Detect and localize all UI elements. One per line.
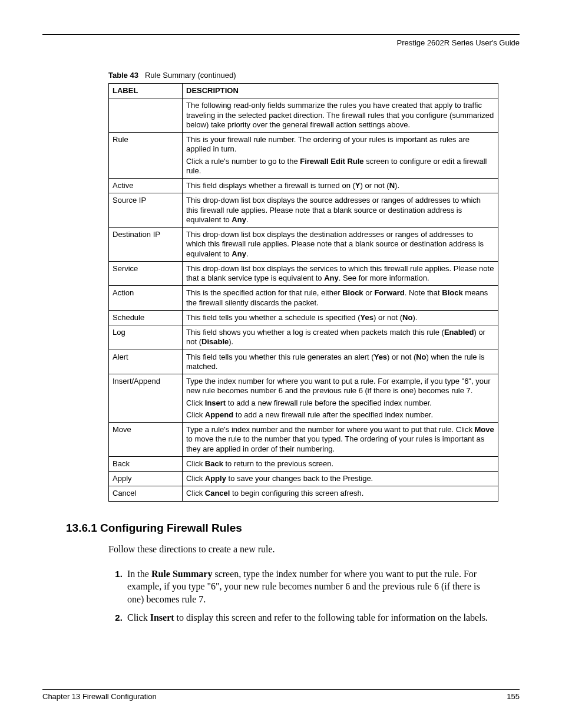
rule-summary-table: LABEL DESCRIPTION The following read-onl… bbox=[108, 83, 498, 502]
cell-description: This field tells you whether this rule g… bbox=[183, 350, 498, 374]
cell-description: Type a rule's index number and the numbe… bbox=[183, 423, 498, 457]
cell-description: This field displays whether a firewall i… bbox=[183, 179, 498, 193]
cell-description: Click Apply to save your changes back to… bbox=[183, 472, 498, 486]
table-row: Destination IPThis drop-down list box di… bbox=[109, 228, 498, 262]
cell-description: This field tells you whether a schedule … bbox=[183, 310, 498, 325]
cell-label: Destination IP bbox=[109, 228, 183, 262]
cell-description: This is the specified action for that ru… bbox=[183, 286, 498, 311]
table-row: CancelClick Cancel to begin configuring … bbox=[109, 486, 498, 501]
cell-description: This is your firewall rule number. The o… bbox=[183, 133, 498, 179]
cell-label: Source IP bbox=[109, 193, 183, 228]
cell-description: Click Cancel to begin configuring this s… bbox=[183, 486, 498, 501]
table-caption: Table 43 Rule Summary (continued) bbox=[108, 71, 520, 80]
table-number: Table 43 bbox=[108, 71, 138, 80]
cell-label: Insert/Append bbox=[109, 374, 183, 423]
cell-description: This drop-down list box displays the sou… bbox=[183, 193, 498, 228]
steps-list: In the Rule Summary screen, type the ind… bbox=[108, 568, 496, 624]
table-row: RuleThis is your firewall rule number. T… bbox=[109, 133, 498, 179]
table-row: The following read-only fields summarize… bbox=[109, 98, 498, 133]
table-row: LogThis field shows you whether a log is… bbox=[109, 325, 498, 350]
table-row: Source IPThis drop-down list box display… bbox=[109, 193, 498, 228]
footer-left: Chapter 13 Firewall Configuration bbox=[42, 692, 157, 701]
cell-description: Click Back to return to the previous scr… bbox=[183, 456, 498, 471]
cell-label bbox=[109, 98, 183, 133]
cell-description: This drop-down list box displays the ser… bbox=[183, 261, 498, 286]
intro-text: Follow these directions to create a new … bbox=[108, 544, 520, 555]
table-row: ScheduleThis field tells you whether a s… bbox=[109, 310, 498, 325]
th-label: LABEL bbox=[109, 84, 183, 98]
table-header-row: LABEL DESCRIPTION bbox=[109, 84, 498, 98]
cell-label: Cancel bbox=[109, 486, 183, 501]
table-title: Rule Summary (continued) bbox=[145, 71, 236, 80]
cell-label: Service bbox=[109, 261, 183, 286]
step-item: Click Insert to display this screen and … bbox=[125, 611, 496, 624]
cell-label: Action bbox=[109, 286, 183, 311]
table-row: ServiceThis drop-down list box displays … bbox=[109, 261, 498, 286]
table-row: Insert/AppendType the index number for w… bbox=[109, 374, 498, 423]
table-row: MoveType a rule's index number and the n… bbox=[109, 423, 498, 457]
step-item: In the Rule Summary screen, type the ind… bbox=[125, 568, 496, 606]
table-row: ActionThis is the specified action for t… bbox=[109, 286, 498, 311]
cell-label: Schedule bbox=[109, 310, 183, 325]
table-row: AlertThis field tells you whether this r… bbox=[109, 350, 498, 374]
cell-description: This field shows you whether a log is cr… bbox=[183, 325, 498, 350]
cell-label: Back bbox=[109, 456, 183, 471]
cell-description: The following read-only fields summarize… bbox=[183, 98, 498, 133]
running-header: Prestige 2602R Series User's Guide bbox=[42, 38, 520, 47]
cell-label: Active bbox=[109, 179, 183, 193]
cell-description: Type the index number for where you want… bbox=[183, 374, 498, 423]
cell-label: Rule bbox=[109, 133, 183, 179]
footer-right: 155 bbox=[507, 692, 520, 701]
section-heading: 13.6.1 Configuring Firewall Rules bbox=[66, 522, 520, 535]
table-row: ApplyClick Apply to save your changes ba… bbox=[109, 472, 498, 486]
table-row: ActiveThis field displays whether a fire… bbox=[109, 179, 498, 193]
th-description: DESCRIPTION bbox=[183, 84, 498, 98]
cell-label: Alert bbox=[109, 350, 183, 374]
cell-label: Apply bbox=[109, 472, 183, 486]
table-row: BackClick Back to return to the previous… bbox=[109, 456, 498, 471]
cell-label: Log bbox=[109, 325, 183, 350]
cell-description: This drop-down list box displays the des… bbox=[183, 228, 498, 262]
cell-label: Move bbox=[109, 423, 183, 457]
